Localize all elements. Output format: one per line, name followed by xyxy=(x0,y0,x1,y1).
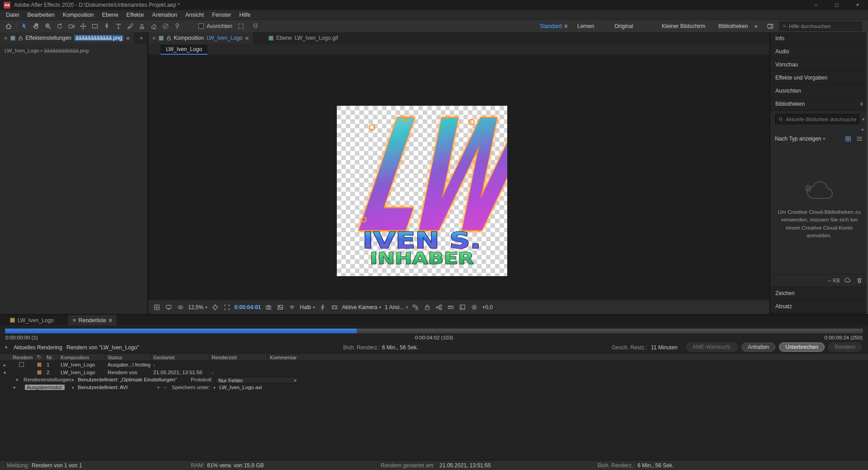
tab-komposition[interactable]: × Komposition LW_Iven_Logo ≡ xyxy=(148,32,253,44)
menu-fenster[interactable]: Fenster xyxy=(208,12,235,18)
add-output-module-button[interactable]: + xyxy=(157,385,160,390)
rectangle-tool-icon[interactable] xyxy=(89,21,101,32)
view-by-type-select[interactable]: Nach Typ anzeigen ▾ xyxy=(775,136,825,142)
panel-header-ausrichten[interactable]: Ausrichten xyxy=(770,85,868,98)
region-of-interest-icon[interactable] xyxy=(223,303,231,311)
menu-datei[interactable]: Datei xyxy=(2,12,23,18)
panel-header-absatz[interactable]: Absatz xyxy=(770,300,868,313)
exposure-icon[interactable] xyxy=(470,303,478,311)
pen-tool-icon[interactable] xyxy=(101,21,113,32)
menu-animation[interactable]: Animation xyxy=(148,12,181,18)
pause-button[interactable]: Anhalten xyxy=(741,343,775,352)
grid-view-icon[interactable] xyxy=(844,135,852,143)
pixel-aspect-icon[interactable] xyxy=(330,303,339,311)
panel-menu-icon[interactable]: ≡ xyxy=(126,35,130,42)
snap-expand-icon[interactable] xyxy=(235,21,247,32)
composition-canvas[interactable]: LW IVEN S. INHABER xyxy=(337,106,507,276)
tab-effekteinstellungen[interactable]: × Effekteinstellungen ääääääääääää.png ≡ xyxy=(0,32,134,44)
puppet-pin-tool-icon[interactable] xyxy=(171,21,183,32)
menu-ebene[interactable]: Ebene xyxy=(98,12,122,18)
composition-viewer[interactable]: LW IVEN S. INHABER xyxy=(148,55,769,300)
tab-overflow-icon[interactable]: » xyxy=(135,32,147,44)
zoom-tool-icon[interactable] xyxy=(42,21,54,32)
save-as-value[interactable]: LW_Iven_Logo.avi xyxy=(219,385,262,390)
trash-icon[interactable] xyxy=(855,277,863,285)
chevron-down-icon[interactable]: ▾ xyxy=(861,127,863,132)
rotation-tool-icon[interactable] xyxy=(54,21,66,32)
guides-icon[interactable] xyxy=(458,303,467,311)
brush-tool-icon[interactable] xyxy=(124,21,136,32)
workspace-bibliotheken[interactable]: Bibliotheken xyxy=(718,20,748,33)
workspace-standard[interactable]: Standard xyxy=(540,20,562,33)
close-tab-icon[interactable]: × xyxy=(73,317,76,324)
panel-header-info[interactable]: Info xyxy=(770,32,868,45)
twirl-icon[interactable]: ▸ xyxy=(5,344,8,349)
panel-header-effekte-und-vorgaben[interactable]: Effekte und Vorgaben xyxy=(770,71,868,85)
panel-header-vorschau[interactable]: Vorschau xyxy=(770,58,868,71)
label-color-chip[interactable] xyxy=(37,362,42,367)
comp-breadcrumb[interactable]: LW_Iven_Logo xyxy=(160,45,208,55)
roto-brush-tool-icon[interactable] xyxy=(160,21,171,32)
panel-header-bibliotheken[interactable]: Bibliotheken ≡ xyxy=(770,98,868,111)
library-search-input[interactable] xyxy=(786,117,856,122)
minimize-button[interactable]: – xyxy=(806,0,826,10)
home-icon[interactable] xyxy=(3,21,14,32)
render-settings-value[interactable]: Benutzerdefiniert: „Optimale Einstellung… xyxy=(78,377,177,382)
menu-bearbeiten[interactable]: Bearbeiten xyxy=(23,12,58,18)
panel-header-zeichen[interactable]: Zeichen xyxy=(770,287,868,300)
panel-menu-icon[interactable]: ≡ xyxy=(245,35,249,42)
menu-hilfe[interactable]: Hilfe xyxy=(235,12,255,18)
workspace-original[interactable]: Original xyxy=(614,20,633,33)
output-module-label[interactable]: Ausgabemodul: xyxy=(25,385,65,390)
library-select-chevron-icon[interactable]: ▾ xyxy=(862,117,864,122)
camera-select[interactable]: Aktive Kamera▾ xyxy=(342,304,382,310)
ruler-icon[interactable] xyxy=(447,303,455,311)
panel-header-audio[interactable]: Audio xyxy=(770,45,868,58)
tab-renderliste[interactable]: × Renderliste ≡ xyxy=(68,315,117,325)
magnification-select[interactable]: 12,5%▾ xyxy=(188,304,208,310)
always-preview-icon[interactable] xyxy=(176,303,184,311)
twirl-icon[interactable]: ▸ xyxy=(4,362,6,367)
output-module-value[interactable]: Benutzerdefiniert: AVI xyxy=(78,385,127,390)
snap-options-icon[interactable] xyxy=(250,21,261,32)
twirl-icon[interactable]: ▸ xyxy=(14,385,16,390)
list-view-icon[interactable] xyxy=(855,135,863,143)
selection-tool-icon[interactable] xyxy=(19,21,30,32)
workspace-lernen[interactable]: Lernen xyxy=(577,20,594,33)
workspace-overflow-icon[interactable]: » xyxy=(755,20,758,33)
panel-menu-icon[interactable]: ≡ xyxy=(860,101,863,107)
snapshot-icon[interactable] xyxy=(264,303,273,311)
mini-flowchart-icon[interactable] xyxy=(435,303,443,311)
lock-views-icon[interactable] xyxy=(423,303,431,311)
label-color-chip[interactable] xyxy=(37,370,42,375)
twirl-icon[interactable]: ▾ xyxy=(4,370,6,375)
stop-button[interactable]: Unterbrechen xyxy=(779,343,825,352)
tab-ebene[interactable]: Ebene LW_Iven_Logo.gif xyxy=(264,32,342,44)
show-snapshot-icon[interactable] xyxy=(276,303,284,311)
close-tab-icon[interactable]: × xyxy=(152,35,156,42)
fast-preview-icon[interactable] xyxy=(319,303,327,311)
chevron-down-icon[interactable]: ▾ xyxy=(213,385,216,390)
primary-viewer-icon[interactable] xyxy=(165,303,173,311)
render-item-row-2[interactable]: ▾ 2 LW_Iven_Logo Rendern von 21.05.2021,… xyxy=(0,369,868,376)
exposure-value[interactable]: +0,0 xyxy=(482,304,493,310)
panel-menu-icon[interactable]: ≡ xyxy=(109,317,112,324)
cloud-sync-icon[interactable] xyxy=(844,277,852,285)
share-view-icon[interactable] xyxy=(411,303,420,311)
camera-tool-icon[interactable] xyxy=(66,21,77,32)
show-channels-icon[interactable] xyxy=(288,303,296,311)
close-button[interactable]: × xyxy=(847,0,868,10)
clone-stamp-tool-icon[interactable] xyxy=(136,21,148,32)
tab-timeline-comp[interactable]: LW_Iven_Logo xyxy=(5,315,58,325)
workspace-bar-toggle-icon[interactable] xyxy=(767,20,774,33)
snap-checkbox[interactable] xyxy=(198,24,204,29)
chevron-down-icon[interactable]: ▾ xyxy=(72,378,74,382)
resolution-select[interactable]: Halb▾ xyxy=(300,304,315,310)
current-timecode[interactable]: 0:00:04:01 xyxy=(235,304,261,310)
transparency-grid-icon[interactable] xyxy=(153,303,161,311)
chevron-down-icon[interactable]: ▾ xyxy=(72,385,74,390)
log-dropdown[interactable]: Nur Fehler ▾ xyxy=(216,377,299,384)
maximize-button[interactable]: □ xyxy=(826,0,847,10)
view-layout-select[interactable]: 1 Ansi...▾ xyxy=(385,304,408,310)
grid-guides-icon[interactable] xyxy=(211,303,219,311)
